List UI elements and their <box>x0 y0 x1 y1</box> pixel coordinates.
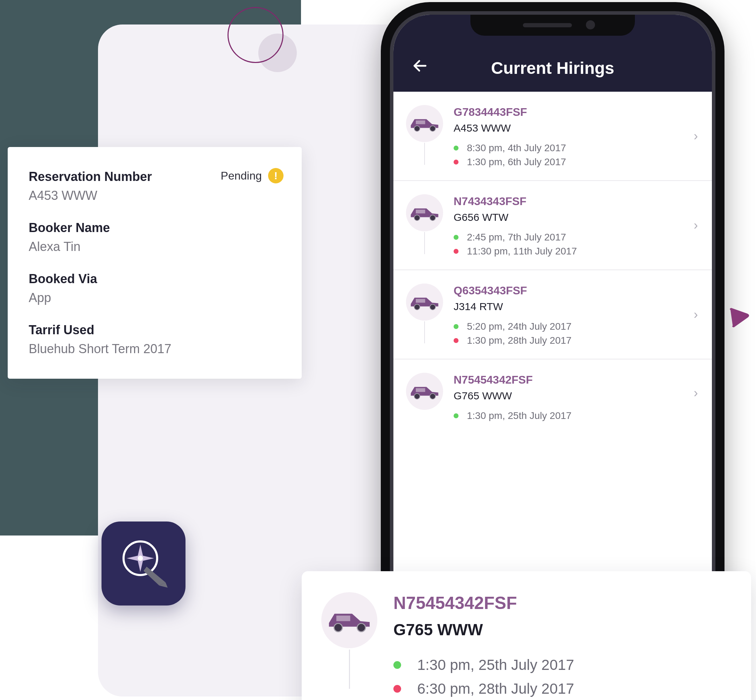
reservation-detail-card: Pending ! Reservation Number A453 WWW Bo… <box>8 147 302 379</box>
end-dot-icon <box>454 159 459 164</box>
phone-frame: Current Hirings G7834443FSF A453 WWW 8:3… <box>381 2 725 639</box>
reservation-number-value: A453 WWW <box>29 188 281 203</box>
start-dot-icon <box>454 145 459 150</box>
end-time-row: 6:30 pm, 28th July 2017 <box>394 677 729 700</box>
svg-rect-10 <box>416 209 425 214</box>
car-icon <box>406 105 443 142</box>
start-dot-icon <box>454 324 459 329</box>
end-time: 11:30 pm, 11th July 2017 <box>467 246 577 257</box>
svg-rect-7 <box>416 120 425 124</box>
start-time: 5:20 pm, 24th July 2017 <box>467 321 572 332</box>
start-time-row: 1:30 pm, 25th July 2017 <box>394 653 729 677</box>
svg-point-3 <box>138 556 143 561</box>
start-dot-icon <box>394 661 401 669</box>
hiring-id: N7434343FSF <box>454 195 695 208</box>
hiring-item[interactable]: G7834443FSF A453 WWW 8:30 pm, 4th July 2… <box>394 92 712 181</box>
start-time-row: 2:45 pm, 7th July 2017 <box>454 230 695 244</box>
hiring-detail-popout[interactable]: N75454342FSF G765 WWW 1:30 pm, 25th July… <box>302 571 751 700</box>
booked-via-label: Booked Via <box>29 272 281 286</box>
hirings-list[interactable]: G7834443FSF A453 WWW 8:30 pm, 4th July 2… <box>394 92 712 627</box>
hiring-plate: J314 RTW <box>454 301 695 312</box>
hiring-plate: G765 WWW <box>454 390 695 402</box>
hiring-plate: A453 WWW <box>454 122 695 134</box>
start-time: 8:30 pm, 4th July 2017 <box>467 142 566 154</box>
status-text: Pending <box>221 169 262 182</box>
start-dot-icon <box>454 235 459 240</box>
hiring-item[interactable]: N7434343FSF G656 WTW 2:45 pm, 7th July 2… <box>394 181 712 270</box>
chevron-right-icon: › <box>694 307 698 322</box>
end-time-row: 11:30 pm, 11th July 2017 <box>454 244 695 258</box>
svg-point-21 <box>357 623 366 632</box>
svg-point-20 <box>334 623 342 632</box>
deco-triangle-icon <box>726 305 751 329</box>
svg-point-17 <box>414 394 420 399</box>
status-badge: Pending ! <box>221 168 283 183</box>
hiring-id: G7834443FSF <box>454 106 695 119</box>
hiring-id: N75454342FSF <box>394 593 729 613</box>
car-icon <box>406 283 443 320</box>
chevron-right-icon: › <box>694 218 698 233</box>
booker-name-value: Alexa Tin <box>29 239 281 254</box>
deco-circle-outline <box>228 7 283 63</box>
timeline-line <box>349 650 350 689</box>
tariff-used-label: Tarrif Used <box>29 323 281 338</box>
app-compass-icon <box>102 522 186 606</box>
start-time-row: 1:30 pm, 25th July 2017 <box>454 409 695 423</box>
svg-rect-13 <box>416 299 425 303</box>
end-time: 6:30 pm, 28th July 2017 <box>417 680 574 697</box>
booked-via-value: App <box>29 291 281 305</box>
end-time-row: 1:30 pm, 6th July 2017 <box>454 155 695 169</box>
svg-point-11 <box>414 215 420 220</box>
end-dot-icon <box>454 249 459 254</box>
phone-screen: Current Hirings G7834443FSF A453 WWW 8:3… <box>390 11 715 630</box>
car-icon <box>321 592 377 648</box>
end-time-row: 1:30 pm, 28th July 2017 <box>454 334 695 348</box>
svg-point-9 <box>430 126 436 131</box>
booker-name-label: Booker Name <box>29 220 281 235</box>
start-time: 1:30 pm, 25th July 2017 <box>417 656 574 673</box>
page-title: Current Hirings <box>410 58 695 78</box>
hiring-id: N75454342FSF <box>454 373 695 386</box>
hiring-plate: G765 WWW <box>394 620 729 639</box>
svg-point-12 <box>430 215 436 220</box>
svg-point-18 <box>430 394 436 399</box>
chevron-right-icon: › <box>694 129 698 144</box>
hiring-id: Q6354343FSF <box>454 284 695 297</box>
end-time: 1:30 pm, 6th July 2017 <box>467 156 566 168</box>
hiring-item[interactable]: Q6354343FSF J314 RTW 5:20 pm, 24th July … <box>394 270 712 359</box>
timeline-line <box>424 232 425 254</box>
start-time: 2:45 pm, 7th July 2017 <box>467 232 566 243</box>
svg-point-14 <box>414 304 420 310</box>
phone-notch <box>470 15 635 36</box>
svg-point-8 <box>414 126 420 131</box>
hiring-plate: G656 WTW <box>454 211 695 223</box>
start-time-row: 5:20 pm, 24th July 2017 <box>454 320 695 334</box>
svg-rect-16 <box>416 388 425 392</box>
arrow-left-icon <box>412 58 428 74</box>
warning-icon: ! <box>268 168 283 183</box>
tariff-used-value: Bluehub Short Term 2017 <box>29 342 281 356</box>
timeline-line <box>424 321 425 343</box>
svg-rect-19 <box>336 616 350 621</box>
end-time: 1:30 pm, 28th July 2017 <box>467 335 572 346</box>
chevron-right-icon: › <box>694 386 698 400</box>
car-icon <box>406 373 443 410</box>
timeline-line <box>424 143 425 165</box>
start-time-row: 8:30 pm, 4th July 2017 <box>454 141 695 155</box>
car-icon <box>406 194 443 231</box>
back-button[interactable] <box>410 56 430 76</box>
start-time: 1:30 pm, 25th July 2017 <box>467 410 572 421</box>
end-dot-icon <box>394 685 401 693</box>
start-dot-icon <box>454 413 459 418</box>
svg-marker-4 <box>144 567 166 586</box>
svg-point-15 <box>430 304 436 310</box>
end-dot-icon <box>454 338 459 343</box>
hiring-item[interactable]: N75454342FSF G765 WWW 1:30 pm, 25th July… <box>394 359 712 426</box>
